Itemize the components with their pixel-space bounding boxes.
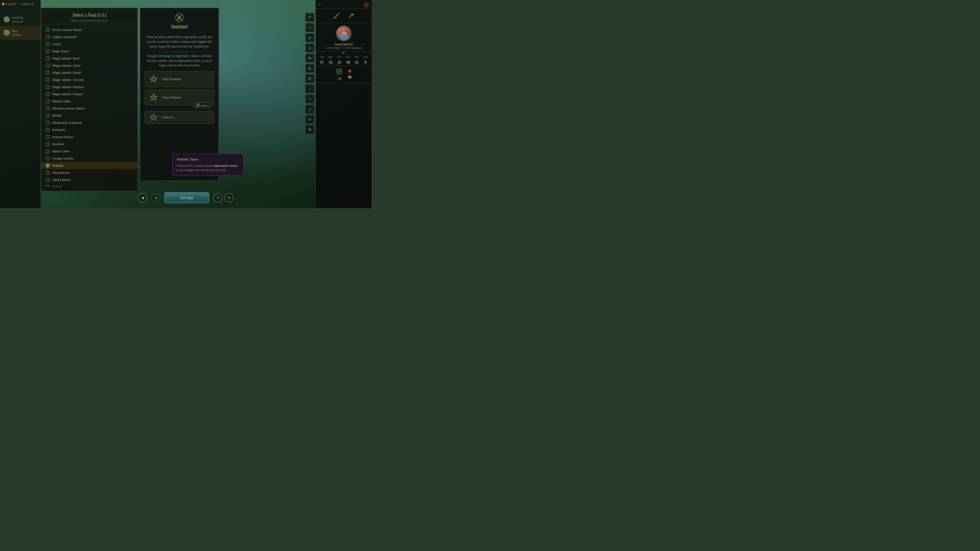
svg-point-15 [341, 29, 348, 37]
feat-radio-heavy-armour-master [46, 28, 50, 32]
icon-btn-boots[interactable]: ↕ [305, 84, 314, 94]
icon-btn-sword2[interactable]: ⚔ [305, 105, 314, 114]
class-feature-icon-3 [148, 112, 159, 122]
inspect-button[interactable]: T Inspect [193, 102, 211, 108]
close-button[interactable]: ✕ [363, 2, 369, 8]
left-sidebar: ✓ Level Up Barbarian ✓ Feat Sentinel [0, 0, 41, 208]
feat-item-sentinel[interactable]: Sentinel [41, 162, 138, 169]
feat-radio-mage-slayer [46, 49, 50, 53]
svg-line-11 [338, 13, 339, 14]
sidebar-item-level-up[interactable]: ✓ Level Up Barbarian [0, 13, 41, 26]
step-label-level-up: Level Up [12, 16, 24, 20]
feat-item-ritual-caster[interactable]: Ritual Caster [41, 148, 138, 155]
accept-button[interactable]: Accept [164, 192, 209, 203]
feat-radio-polearm-master [46, 135, 50, 139]
feat-item-magic-initiate-sorcerer[interactable]: Magic Initiate: Sorcerer [41, 76, 138, 83]
svg-point-3 [179, 17, 180, 18]
icon-btn-person[interactable]: ☺ [305, 94, 314, 103]
svg-point-18 [341, 28, 348, 32]
feat-name-mobile: Mobile [52, 114, 62, 118]
class-feature-card-2[interactable]: Class Features T Inspect [145, 89, 214, 105]
class-feature-card-1[interactable]: Class Features [145, 71, 214, 87]
feat-detail-title: Sentinel [171, 24, 188, 30]
feat-item-magic-initiate-wizard[interactable]: Magic Initiate: Wizard [41, 91, 138, 98]
feat-item-mobile[interactable]: Mobile [41, 112, 138, 119]
feat-name-heavy-armour-master: Heavy Armour Master [52, 28, 82, 32]
icon-btn-cross[interactable]: ✙ [305, 125, 314, 134]
feat-description-2: You gain Advantage on Opportunity Attack… [145, 54, 214, 68]
class-feature-icon-2 [148, 92, 159, 103]
weapon-icons [316, 9, 372, 23]
char-avatar-area: Wood Half-Elf Level 6 Fighter / Level 4 … [316, 23, 372, 52]
description-divider [145, 52, 214, 52]
feat-item-medium-armour-master[interactable]: Medium Armour Master [41, 105, 138, 112]
feat-item-magic-initiate-bard[interactable]: Magic Initiate: Bard [41, 55, 138, 62]
feat-radio-mobile [46, 114, 50, 118]
level-arrow: → [18, 3, 20, 6]
feat-item-magic-initiate-cleric[interactable]: Magic Initiate: Cleric [41, 62, 138, 69]
icon-btn-eye[interactable]: 👁 [305, 13, 314, 22]
feat-list[interactable]: Heavy Armour Master Lightly Armoured Luc… [41, 24, 138, 187]
svg-point-19 [340, 29, 342, 35]
feat-name-performer: Performer [52, 128, 66, 132]
feat-item-magic-initiate-druid[interactable]: Magic Initiate: Druid [41, 69, 138, 76]
feat-item-lightly-armoured[interactable]: Lightly Armoured [41, 33, 138, 41]
feat-radio-shield-master [46, 178, 50, 182]
feat-name-moderately-armoured: Moderately Armoured [52, 121, 82, 125]
combat-stats: AC +1 ♥ 88 [316, 66, 372, 83]
icon-btn-coin[interactable]: ⊕ [305, 64, 314, 73]
feat-item-heavy-armour-master[interactable]: Heavy Armour Master [41, 26, 138, 33]
feat-name-magic-initiate-druid: Magic Initiate: Druid [52, 71, 80, 75]
feat-item-moderately-armoured[interactable]: Moderately Armoured [41, 119, 138, 126]
char-panel-expand-icon[interactable]: ⤢ [318, 2, 321, 6]
feat-item-magic-initiate-warlock[interactable]: Magic Initiate: Warlock [41, 83, 138, 91]
nav-prev-button-2[interactable]: ◀ [151, 193, 160, 202]
stat-value-str: 17 [318, 60, 326, 65]
sentinel-icon [175, 13, 184, 22]
feat-detail-panel: Sentinel When an enemy within melee rang… [140, 8, 219, 181]
step-sublabel-sentinel: Sentinel [12, 33, 21, 36]
nav-prev-button[interactable]: ◀ [138, 193, 147, 202]
tooltip-title: Sentinel: Snare [177, 157, 239, 162]
feat-radio-resilient [46, 142, 50, 146]
icon-btn-bag[interactable]: ⊞ [305, 74, 314, 83]
feat-name-shield-master: Shield Master [52, 178, 71, 182]
feat-item-martial-adept[interactable]: Martial Adept [41, 98, 138, 105]
svg-point-14 [349, 17, 350, 18]
feat-name-ritual-caster: Ritual Caster [52, 149, 70, 153]
class-feature-label-1: Class Features [162, 77, 210, 81]
feat-name-mage-slayer: Mage Slayer [52, 49, 69, 53]
icon-btn-skull[interactable]: ☠ [305, 43, 314, 52]
undo-button[interactable]: ↺ [213, 193, 223, 202]
feat-name-magic-initiate-wizard: Magic Initiate: Wizard [52, 92, 83, 96]
feat-item-sharpshooter[interactable]: Sharpshooter [41, 169, 138, 176]
feat-panel-subtitle: Choose a feat from the list below. [46, 19, 132, 22]
feat-item-lucky[interactable]: Lucky [41, 41, 138, 48]
char-panel-header: ⤢ [316, 0, 372, 9]
feat-item-skilled[interactable]: Skilled [41, 183, 138, 187]
icon-btn-map[interactable]: ⊛ [305, 115, 314, 124]
feat-item-polearm-master[interactable]: Polearm Master [41, 133, 138, 141]
stat-header-cha: CHA [361, 56, 369, 59]
feat-item-resilient[interactable]: Resilient [41, 141, 138, 148]
feat-item-shield-master[interactable]: Shield Master [41, 176, 138, 183]
icon-btn-alert[interactable]: ⚠ [305, 23, 314, 32]
feat-radio-sharpshooter [46, 171, 50, 175]
feat-name-medium-armour-master: Medium Armour Master [52, 106, 85, 110]
feat-name-magic-initiate-warlock: Magic Initiate: Warlock [52, 85, 84, 89]
char-name: Wood Half-Elf [334, 43, 353, 46]
stat-header-str: STR [318, 56, 326, 59]
feat-item-performer[interactable]: Performer [41, 126, 138, 133]
feat-item-mage-slayer[interactable]: Mage Slayer [41, 48, 138, 55]
char-portrait [336, 26, 352, 41]
feat-item-savage-attacker[interactable]: Savage Attacker [41, 155, 138, 162]
feat-radio-ritual-caster [46, 149, 50, 153]
icon-btn-potion[interactable]: ⊗ [305, 33, 314, 42]
redo-button[interactable]: ↻ [224, 193, 234, 202]
inspect-key: T [196, 103, 200, 107]
feat-panel-header: Select a Feat (1/1) Choose a feat from t… [41, 8, 138, 24]
sidebar-item-feat[interactable]: ✓ Feat Sentinel [0, 26, 41, 40]
icon-btn-plus[interactable]: ✚ [305, 54, 314, 63]
svg-marker-8 [150, 114, 157, 121]
class-feature-card-3[interactable]: Class Fe... [145, 111, 214, 124]
